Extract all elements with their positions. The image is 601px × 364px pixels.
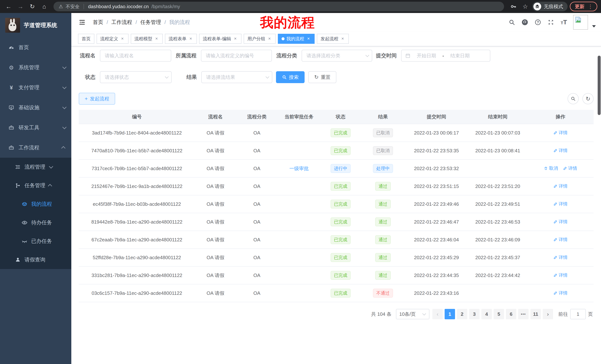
broken-image-icon (574, 16, 582, 23)
tab-home[interactable]: 首页 (78, 34, 94, 44)
avatar-dropdown-caret[interactable] (592, 25, 596, 28)
browser-forward-button[interactable]: → (16, 2, 25, 11)
browser-toolbar: ← → ↻ ⌂ ⚠ 不安全 dashboard.yudao.iocoder.cn… (0, 0, 601, 13)
detail-button[interactable]: 详情 (553, 130, 568, 136)
detail-button[interactable]: 详情 (553, 254, 568, 260)
detail-button[interactable]: 详情 (553, 147, 568, 153)
sidebar-item-process-management[interactable]: 流程管理 (0, 158, 71, 176)
result-select-input[interactable] (201, 71, 272, 83)
font-size-icon[interactable]: TT (560, 19, 568, 26)
sidebar-item-done-tasks[interactable]: 已办任务 (0, 232, 71, 250)
tab-start-process[interactable]: 发起流程 × (317, 34, 349, 44)
goto-page-input[interactable] (570, 309, 586, 319)
start-date-input[interactable] (413, 53, 440, 59)
process-name-input[interactable] (100, 50, 171, 62)
detail-button[interactable]: 详情 (553, 290, 568, 296)
password-key-icon[interactable] (509, 2, 518, 11)
toggle-search-button[interactable] (568, 93, 579, 104)
tab-user-group[interactable]: 用户分组 × (244, 34, 276, 44)
tab-process-form-edit[interactable]: 流程表单-编辑 × (199, 34, 241, 44)
col-header-category: 流程分类 (236, 110, 278, 124)
sidebar-item-workflow[interactable]: 工作流程 (0, 138, 71, 158)
reset-button[interactable]: ↻ 重置 (308, 71, 336, 83)
github-icon[interactable] (521, 19, 529, 26)
detail-button[interactable]: 详情 (563, 165, 577, 171)
sidebar-item-todo-tasks[interactable]: 待办任务 (0, 213, 71, 232)
sidebar-item-home[interactable]: 首页 (0, 38, 71, 57)
parent-process-input[interactable] (201, 50, 272, 62)
avatar[interactable] (573, 15, 588, 30)
detail-button[interactable]: 详情 (553, 272, 568, 278)
result-badge: 通过 (375, 271, 391, 280)
page-size-select[interactable]: 10条/页 (396, 309, 429, 319)
page-button-5[interactable]: 5 (494, 309, 504, 319)
page-button-6[interactable]: 6 (506, 309, 516, 319)
close-icon[interactable]: × (120, 36, 125, 41)
page-button-2[interactable]: 2 (457, 309, 467, 319)
detail-button[interactable]: 详情 (553, 183, 568, 189)
search-button[interactable]: 搜索 (276, 71, 305, 83)
category-select-input[interactable] (302, 50, 372, 62)
status-select-input[interactable] (100, 71, 172, 83)
fullscreen-icon[interactable] (547, 19, 555, 26)
browser-home-button[interactable]: ⌂ (39, 2, 49, 11)
edit-pencil-icon (553, 291, 558, 295)
sidebar-item-task-management[interactable]: 任务管理 (0, 176, 71, 195)
page-button-3[interactable]: 3 (469, 309, 480, 319)
close-icon[interactable]: × (154, 36, 159, 41)
header-search-icon[interactable] (508, 19, 516, 26)
browser-update-button[interactable]: 更新 ⋮ (570, 2, 597, 11)
cancel-button[interactable]: 取消 (544, 165, 558, 171)
result-select[interactable] (201, 71, 272, 83)
sidebar-collapse-icon[interactable] (78, 18, 86, 26)
category-select[interactable] (302, 50, 372, 62)
breadcrumb-home[interactable]: 首页 (93, 19, 103, 26)
breadcrumb-workflow[interactable]: 工作流程 (111, 19, 132, 26)
close-icon[interactable]: × (267, 36, 272, 41)
close-icon[interactable]: × (340, 36, 345, 41)
end-date-input[interactable] (447, 53, 473, 59)
page-button-4[interactable]: 4 (481, 309, 492, 319)
status-select[interactable] (100, 71, 172, 83)
tab-process-model[interactable]: 流程模型 × (131, 34, 163, 44)
detail-button[interactable]: 详情 (553, 219, 568, 225)
close-icon[interactable]: × (306, 36, 311, 41)
breadcrumb-task-management[interactable]: 任务管理 (140, 19, 161, 26)
tab-my-process[interactable]: 我的流程 × (278, 34, 315, 44)
page-button-11[interactable]: 11 (531, 309, 541, 319)
browser-menu-icon[interactable]: ⋮ (588, 3, 593, 10)
sidebar-item-leave-query[interactable]: 请假查询 (0, 250, 71, 269)
browser-back-button[interactable]: ← (4, 2, 13, 11)
start-process-button[interactable]: + 发起流程 (79, 93, 115, 105)
security-label: 不安全 (66, 3, 80, 10)
help-icon[interactable]: ? (534, 19, 541, 26)
close-icon[interactable]: × (233, 36, 238, 41)
security-warning-icon[interactable]: ⚠ (59, 4, 63, 10)
sidebar-logo[interactable]: 芋道管理系统 (0, 13, 71, 38)
tab-process-definition[interactable]: 流程定义 × (97, 34, 129, 44)
submit-time-range-picker[interactable]: - (401, 50, 490, 62)
sidebar-item-infrastructure[interactable]: 基础设施 (0, 98, 71, 118)
detail-button[interactable]: 详情 (553, 237, 568, 242)
sidebar-item-label: 已办任务 (31, 238, 52, 245)
detail-button[interactable]: 详情 (553, 201, 568, 207)
close-icon[interactable]: × (188, 36, 193, 41)
page-button-1[interactable]: 1 (445, 309, 455, 319)
edit-pencil-icon (553, 148, 558, 153)
page-ellipsis[interactable]: ••• (518, 309, 529, 319)
sidebar-item-system[interactable]: ⚙ 系统管理 (0, 57, 71, 77)
tab-process-form[interactable]: 流程表单 × (165, 34, 197, 44)
next-page-button[interactable]: › (543, 309, 553, 319)
current-task-link[interactable]: 一级审批 (289, 166, 309, 171)
table-row: 7317cec6-7b9b-11ec-b5b7-acde48001122 OA … (79, 160, 594, 177)
prev-page-button[interactable]: ‹ (432, 309, 443, 319)
sidebar-item-my-process[interactable]: 我的流程 (0, 195, 71, 213)
scrollbar-thumb[interactable] (598, 56, 601, 115)
table-row: 67c2eaab-7b9a-11ec-a290-acde48001122 OA … (79, 231, 594, 249)
bookmark-star-icon[interactable]: ☆ (521, 2, 530, 11)
sidebar-item-payment[interactable]: ¥ 支付管理 (0, 77, 71, 98)
refresh-table-button[interactable]: ↻ (582, 93, 594, 104)
url-bar[interactable]: ⚠ 不安全 dashboard.yudao.iocoder.cn/bpm/tas… (53, 2, 504, 11)
sidebar-item-dev-tools[interactable]: 研发工具 (0, 118, 71, 138)
browser-reload-button[interactable]: ↻ (28, 2, 37, 11)
